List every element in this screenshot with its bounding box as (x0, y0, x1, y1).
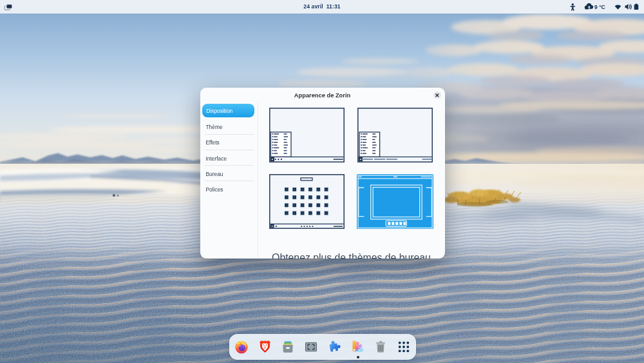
svg-text:9 °C: 9 °C (594, 4, 605, 10)
